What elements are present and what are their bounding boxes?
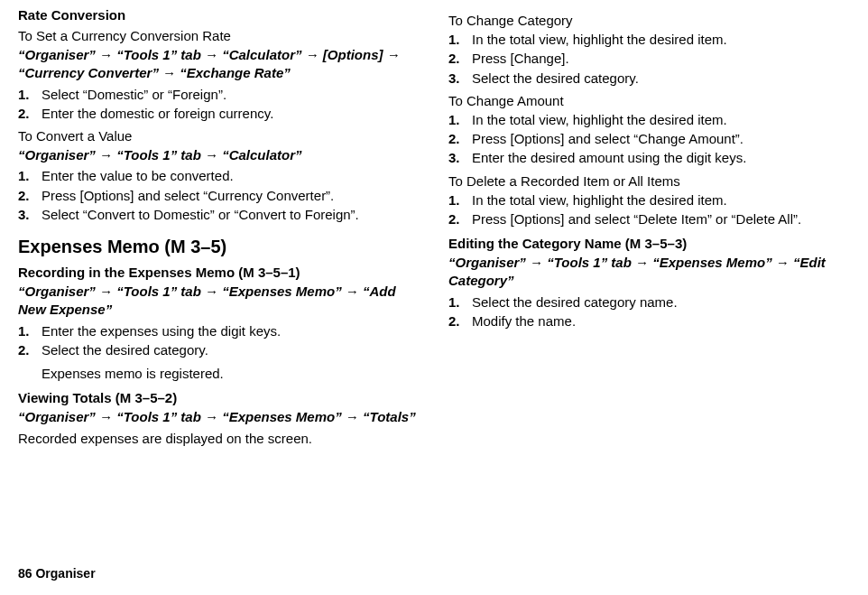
step-number: 1. xyxy=(18,322,42,340)
left-column: Rate Conversion To Set a Currency Conver… xyxy=(18,7,420,448)
step-number: 2. xyxy=(18,187,42,205)
viewing-totals-path: “Organiser” → “Tools 1” tab → “Expenses … xyxy=(18,408,420,426)
step-text: Select the desired category name. xyxy=(472,293,678,311)
step-text: Press [Options] and select “Delete Item”… xyxy=(472,210,801,228)
list-item: 3.Select “Convert to Domestic” or “Conve… xyxy=(18,206,420,224)
change-amount-steps: 1.In the total view, highlight the desir… xyxy=(448,111,850,168)
convert-value-steps: 1.Enter the value to be converted. 2.Pre… xyxy=(18,167,420,224)
step-number: 3. xyxy=(18,206,42,224)
step-number: 2. xyxy=(18,105,42,123)
change-category-heading: To Change Category xyxy=(448,13,850,28)
change-category-steps: 1.In the total view, highlight the desir… xyxy=(448,31,850,88)
list-item: 2.Press [Options] and select “Change Amo… xyxy=(448,130,850,148)
step-text: Press [Options] and select “Change Amoun… xyxy=(472,130,743,148)
list-item: 2.Press [Options] and select “Delete Ite… xyxy=(448,210,850,228)
rate-conversion-title: Rate Conversion xyxy=(18,7,420,23)
list-item: 1.Enter the expenses using the digit key… xyxy=(18,322,420,340)
set-rate-steps: 1.Select “Domestic” or “Foreign”. 2.Ente… xyxy=(18,86,420,124)
list-item: 2.Press [Options] and select “Currency C… xyxy=(18,187,420,205)
right-column: To Change Category 1.In the total view, … xyxy=(448,7,850,448)
list-item: 1.In the total view, highlight the desir… xyxy=(448,191,850,209)
step-text: In the total view, highlight the desired… xyxy=(472,31,727,49)
expenses-memo-title: Expenses Memo (M 3–5) xyxy=(18,237,420,257)
recording-steps: 1.Enter the expenses using the digit key… xyxy=(18,322,420,360)
step-text: Select “Domestic” or “Foreign”. xyxy=(42,86,226,104)
list-item: 1.Enter the value to be converted. xyxy=(18,167,420,185)
convert-value-heading: To Convert a Value xyxy=(18,128,420,144)
step-text: Enter the desired amount using the digit… xyxy=(472,149,746,167)
step-text: In the total view, highlight the desired… xyxy=(472,191,727,209)
step-number: 1. xyxy=(448,111,472,129)
recording-path: “Organiser” → “Tools 1” tab → “Expenses … xyxy=(18,283,420,320)
viewing-totals-text: Recorded expenses are displayed on the s… xyxy=(18,430,420,448)
delete-item-steps: 1.In the total view, highlight the desir… xyxy=(448,191,850,229)
step-number: 2. xyxy=(448,130,472,148)
step-number: 2. xyxy=(448,50,472,68)
viewing-totals-heading: Viewing Totals (M 3–5–2) xyxy=(18,390,420,405)
step-number: 2. xyxy=(18,341,42,359)
list-item: 3.Select the desired category. xyxy=(448,70,850,88)
list-item: 2.Press [Change]. xyxy=(448,50,850,68)
step-number: 3. xyxy=(448,149,472,167)
page-footer: 86 Organiser xyxy=(18,566,96,581)
step-text: Enter the value to be converted. xyxy=(42,167,234,185)
step-number: 1. xyxy=(18,86,42,104)
step-text: Select the desired category. xyxy=(472,70,639,88)
step-text: In the total view, highlight the desired… xyxy=(472,111,727,129)
list-item: 2.Enter the domestic or foreign currency… xyxy=(18,105,420,123)
list-item: 2.Select the desired category. xyxy=(18,341,420,359)
step-text: Modify the name. xyxy=(472,312,576,330)
list-item: 3.Enter the desired amount using the dig… xyxy=(448,149,850,167)
list-item: 1.Select the desired category name. xyxy=(448,293,850,311)
set-rate-heading: To Set a Currency Conversion Rate xyxy=(18,28,420,43)
step-number: 1. xyxy=(448,31,472,49)
convert-value-path: “Organiser” → “Tools 1” tab → “Calculato… xyxy=(18,146,420,164)
step-number: 2. xyxy=(448,312,472,330)
step-text: Enter the expenses using the digit keys. xyxy=(42,322,281,340)
step-text: Select “Convert to Domestic” or “Convert… xyxy=(42,206,359,224)
recording-note: Expenses memo is registered. xyxy=(42,365,420,383)
list-item: 1.In the total view, highlight the desir… xyxy=(448,31,850,49)
step-text: Enter the domestic or foreign currency. xyxy=(42,105,273,123)
step-number: 2. xyxy=(448,210,472,228)
step-number: 3. xyxy=(448,70,472,88)
list-item: 1.In the total view, highlight the desir… xyxy=(448,111,850,129)
step-number: 1. xyxy=(448,191,472,209)
step-text: Press [Options] and select “Currency Con… xyxy=(42,187,334,205)
edit-category-steps: 1.Select the desired category name. 2.Mo… xyxy=(448,293,850,331)
list-item: 1.Select “Domestic” or “Foreign”. xyxy=(18,86,420,104)
edit-category-heading: Editing the Category Name (M 3–5–3) xyxy=(448,236,850,251)
set-rate-path: “Organiser” → “Tools 1” tab → “Calculato… xyxy=(18,46,420,83)
step-number: 1. xyxy=(18,167,42,185)
delete-item-heading: To Delete a Recorded Item or All Items xyxy=(448,173,850,189)
recording-heading: Recording in the Expenses Memo (M 3–5–1) xyxy=(18,265,420,280)
list-item: 2.Modify the name. xyxy=(448,312,850,330)
change-amount-heading: To Change Amount xyxy=(448,93,850,108)
step-text: Select the desired category. xyxy=(42,341,208,359)
edit-category-path: “Organiser” → “Tools 1” tab → “Expenses … xyxy=(448,254,850,291)
step-text: Press [Change]. xyxy=(472,50,569,68)
step-number: 1. xyxy=(448,293,472,311)
